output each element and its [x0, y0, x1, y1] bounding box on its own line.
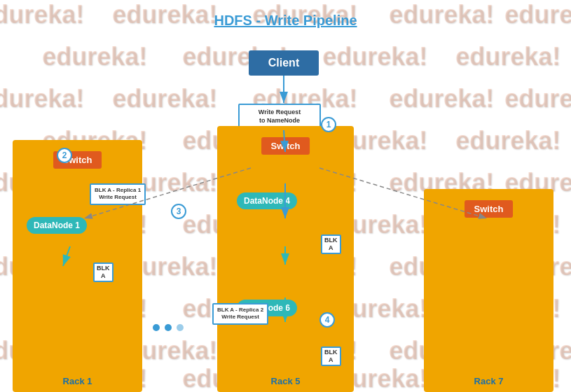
client-box: Client	[249, 50, 319, 76]
rack7-label: Rack 7	[424, 376, 553, 386]
rack1-label: Rack 1	[13, 376, 142, 386]
rack-7: Switch Rack 7	[424, 189, 553, 392]
rack7-switch: Switch	[465, 200, 514, 218]
dot-1	[153, 324, 160, 331]
dot-3	[177, 324, 184, 331]
rack5-datanode4: DataNode 4	[237, 192, 297, 209]
badge-4: 4	[319, 312, 335, 328]
rack-5: Switch DataNode 4 BLKA DataNode 6 BLKA R…	[217, 126, 354, 392]
badge-1: 1	[321, 117, 336, 132]
badge-3: 3	[171, 204, 186, 219]
rack1-blk-a: BLKA	[93, 262, 113, 282]
rack5-blk-a-2: BLKA	[321, 346, 341, 366]
replica2-request-box: BLK A - Replica 2Write Request	[212, 303, 268, 325]
rack-1: Switch DataNode 1 BLKA Rack 1	[13, 140, 142, 392]
diagram-title: HDFS - Write Pipeline	[214, 13, 357, 29]
rack5-label: Rack 5	[217, 376, 354, 386]
rack1-datanode1: DataNode 1	[27, 217, 87, 234]
rack5-blk-a-1: BLKA	[321, 234, 341, 254]
write-request-label: Write Requestto NameNode	[259, 108, 301, 125]
badge-2: 2	[57, 148, 72, 163]
rack5-switch: Switch	[261, 137, 310, 155]
dot-2	[165, 324, 172, 331]
diagram-wrapper: HDFS - Write Pipeline Client	[0, 0, 571, 392]
replica1-request-box: BLK A - Replica 1Write Request	[90, 183, 146, 205]
